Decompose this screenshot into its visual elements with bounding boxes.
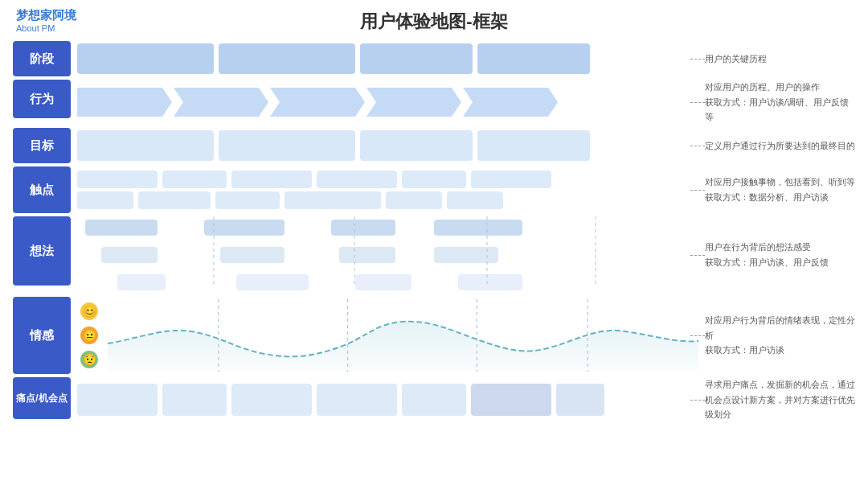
label-emotion: 情感 [13,297,71,374]
thought-4 [434,220,522,236]
thought-10 [236,274,309,290]
thought-row-3 [77,274,522,290]
arrow-4 [366,88,461,117]
row-pain: 痛点/机会点 寻求用户痛点，发掘新的机会点，通过机会点设计新方案，并对方案进行优… [13,377,855,422]
label-thoughts: 想法 [13,216,71,286]
label-goal: 目标 [13,128,71,163]
desc-emotion: 对应用户行为背后的情绪表现，定性分析 获取方式：用户访谈 [698,297,855,374]
pain-b6 [471,384,551,416]
arrow-2 [174,88,268,117]
content-stage [77,41,698,76]
touch-b12 [447,191,503,209]
pain-b3 [231,384,312,416]
thought-9 [117,274,166,290]
arrow-3 [270,88,365,117]
page-header: 梦想家阿境 About PM 用户体验地图-框架 [0,0,868,38]
touch-b1 [77,171,158,188]
content-thoughts [77,216,698,294]
thought-5 [101,247,158,263]
emoji-column: 😊 😐 😟 [80,302,98,368]
thought-3 [331,220,395,236]
label-pain: 痛点/机会点 [13,377,71,419]
touch-b4 [317,171,397,188]
desc-stage-text: 用户的关键历程 [705,51,767,67]
touch-row-1 [77,171,698,188]
content-touch [77,166,698,213]
touch-b11 [386,191,442,209]
pain-b5 [402,384,466,416]
stage-block-3 [360,43,473,74]
stage-blocks [77,43,698,74]
row-emotion: 情感 😊 😐 😟 [13,297,855,374]
arrow-5 [463,88,558,117]
touch-b6 [471,171,551,188]
emotion-curve-svg [108,299,698,372]
row-behavior: 行为 对应用户的历程、用户的操作 获取方式：用户访谈/调研、用户反馈等 [13,80,855,125]
emoji-sad: 😟 [80,351,98,368]
desc-pain: 寻求用户痛点，发掘新的机会点，通过机会点设计新方案，并对方案进行优先级划分 [698,377,855,422]
touch-b5 [402,171,466,188]
thought-8 [434,247,498,263]
desc-behavior: 对应用户的历程、用户的操作 获取方式：用户访谈/调研、用户反馈等 [698,80,855,125]
thought-11 [355,274,411,290]
goal-block-3 [360,130,473,161]
logo-subtitle: About PM [16,23,76,33]
logo-area: 梦想家阿境 About PM [16,8,76,33]
pain-b2 [162,384,227,416]
label-stage: 阶段 [13,41,71,76]
content-emotion: 😊 😐 😟 [77,297,698,374]
label-behavior: 行为 [13,80,71,118]
goal-block-1 [77,130,214,161]
thought-2 [204,220,285,236]
pain-blocks [77,384,698,416]
thought-7 [339,247,395,263]
touch-b7 [77,191,133,209]
row-goal: 目标 定义用户通过行为所要达到的最终目的 [13,128,855,163]
row-stage: 阶段 用户的关键历程 [13,41,855,76]
thought-1 [85,220,158,236]
desc-goal-text: 定义用户通过行为所要达到的最终目的 [705,138,855,154]
thought-12 [458,274,522,290]
desc-thoughts: 用户在行为背后的想法感受 获取方式：用户访谈、用户反馈 [698,216,855,294]
thought-6 [220,247,285,263]
stage-block-4 [477,43,590,74]
touch-b10 [285,191,381,209]
ux-map-table: 阶段 用户的关键历程 行为 对应用户的历程、用户的操作 获取 [0,38,868,425]
row-thoughts: 想法 [13,216,855,294]
desc-touch: 对应用户接触事物，包括看到、听到等 获取方式：数据分析、用户访谈 [698,166,855,213]
desc-goal: 定义用户通过行为所要达到的最终目的 [698,128,855,163]
pain-b4 [317,384,397,416]
touch-b2 [162,171,227,188]
row-touch: 触点 对应用户接触事物，包括看到、听到等 获取方式：数据分析、用户访谈 [13,166,855,213]
pain-b1 [77,384,158,416]
desc-emotion-text: 对应用户行为背后的情绪表现，定性分析 获取方式：用户访谈 [705,313,855,358]
goal-block-4 [477,130,590,161]
touch-b9 [215,191,280,209]
desc-stage: 用户的关键历程 [698,41,855,76]
emoji-neutral: 😐 [80,327,98,344]
touch-b3 [231,171,312,188]
content-behavior [77,80,698,125]
desc-pain-text: 寻求用户痛点，发掘新的机会点，通过机会点设计新方案，并对方案进行优先级划分 [705,377,855,422]
content-goal [77,128,698,163]
emoji-happy: 😊 [80,302,98,320]
thought-row-2 [77,247,498,263]
desc-thoughts-text: 用户在行为背后的想法感受 获取方式：用户访谈、用户反馈 [705,240,829,269]
goal-block-2 [219,130,355,161]
goal-blocks [77,130,698,161]
touch-row-2 [77,191,698,209]
stage-block-1 [77,43,214,74]
stage-block-2 [219,43,355,74]
content-pain [77,377,698,422]
page-title: 用户体验地图-框架 [360,10,507,34]
label-touch: 触点 [13,166,71,213]
touch-b8 [138,191,211,209]
desc-touch-text: 对应用户接触事物，包括看到、听到等 获取方式：数据分析、用户访谈 [705,175,855,204]
logo-title: 梦想家阿境 [16,8,76,23]
behavior-arrows [77,86,698,118]
pain-b7 [556,384,604,416]
thought-row-1 [77,220,522,236]
arrow-1 [77,88,172,117]
desc-behavior-text: 对应用户的历程、用户的操作 获取方式：用户访谈/调研、用户反馈等 [705,80,855,125]
